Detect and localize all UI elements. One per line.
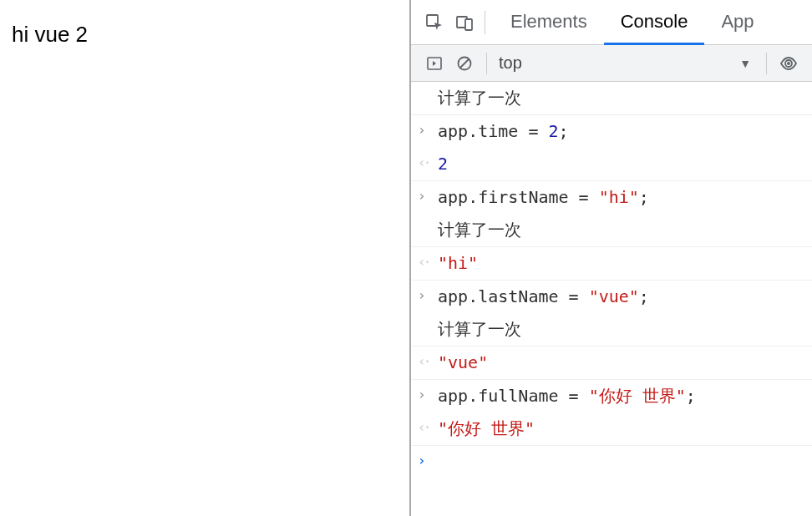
input-chevron-icon: › xyxy=(418,118,438,141)
tab-elements[interactable]: Elements xyxy=(494,1,604,45)
separator xyxy=(485,11,485,34)
page-content: hi vue 2 xyxy=(12,22,398,48)
devtools-tabstrip: Elements Console App xyxy=(411,0,812,45)
console-log-message: 计算了一次 xyxy=(438,316,804,343)
separator xyxy=(766,53,767,74)
svg-rect-2 xyxy=(465,19,472,30)
console-log-message: 计算了一次 xyxy=(438,216,804,244)
console-row: 计算了一次 xyxy=(411,214,812,247)
console-result-value: "vue" xyxy=(438,349,804,377)
page-viewport: hi vue 2 xyxy=(0,0,411,516)
svg-line-5 xyxy=(460,59,469,68)
console-input-code: app.fullName = "你好 世界"; xyxy=(438,382,804,410)
live-expression-icon[interactable] xyxy=(774,48,804,78)
input-chevron-icon: › xyxy=(418,184,438,207)
tab-console[interactable]: Console xyxy=(604,1,705,45)
console-row: ›app.firstName = "hi"; xyxy=(411,181,812,214)
console-result-value: 2 xyxy=(438,150,804,178)
console-row: › xyxy=(411,446,812,474)
console-row: ‹·2 xyxy=(411,148,812,181)
console-row: ‹·"你好 世界" xyxy=(411,412,812,446)
result-chevron-icon: ‹· xyxy=(418,250,438,273)
log-marker xyxy=(418,84,438,86)
devtools-panel: Elements Console App top ▼ xyxy=(411,0,812,516)
console-row: ›app.fullName = "你好 世界"; xyxy=(411,380,812,412)
result-chevron-icon: ‹· xyxy=(418,349,438,372)
log-marker xyxy=(418,316,438,317)
chevron-down-icon: ▼ xyxy=(739,57,751,70)
result-chevron-icon: ‹· xyxy=(418,415,438,438)
console-row: 计算了一次 xyxy=(411,82,812,115)
input-chevron-icon: › xyxy=(418,382,438,406)
svg-point-6 xyxy=(787,62,790,65)
execution-context-label: top xyxy=(499,53,522,73)
console-row: 计算了一次 xyxy=(411,313,812,347)
console-toolbar: top ▼ xyxy=(411,45,812,82)
execution-context-dropdown[interactable]: top ▼ xyxy=(494,53,759,73)
console-row: ‹·"vue" xyxy=(411,347,812,380)
prompt-chevron-icon: › xyxy=(418,448,438,472)
console-output[interactable]: 计算了一次›app.time = 2;‹·2›app.firstName = "… xyxy=(411,82,812,516)
console-result-value: "hi" xyxy=(438,250,804,277)
toggle-sidebar-icon[interactable] xyxy=(419,48,449,78)
separator xyxy=(486,53,487,74)
tab-application[interactable]: App xyxy=(704,1,770,45)
input-chevron-icon: › xyxy=(418,283,438,306)
result-chevron-icon: ‹· xyxy=(418,150,438,174)
console-row: ‹·"hi" xyxy=(411,247,812,281)
console-input-code: app.firstName = "hi"; xyxy=(438,184,804,211)
clear-console-icon[interactable] xyxy=(449,48,480,78)
inspect-element-icon[interactable] xyxy=(419,8,449,38)
console-row: ›app.time = 2; xyxy=(411,115,812,148)
console-result-value: "你好 世界" xyxy=(438,415,804,443)
console-input-code: app.time = 2; xyxy=(438,118,804,145)
device-toolbar-icon[interactable] xyxy=(449,8,480,38)
console-log-message: 计算了一次 xyxy=(438,84,804,112)
console-row: ›app.lastName = "vue"; xyxy=(411,281,812,313)
log-marker xyxy=(418,216,438,218)
console-input-code: app.lastName = "vue"; xyxy=(438,283,804,311)
